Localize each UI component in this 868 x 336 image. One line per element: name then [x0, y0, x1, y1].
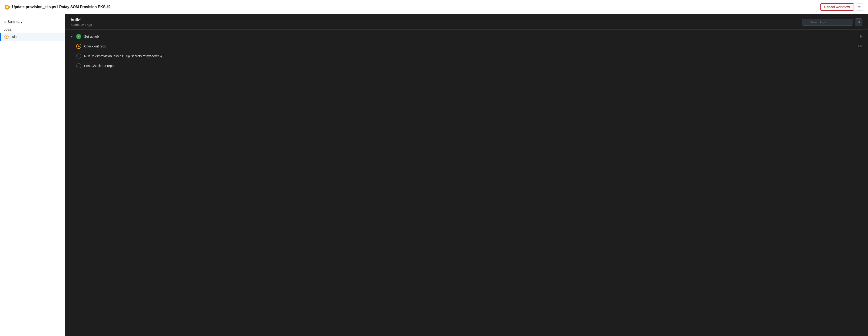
build-subtitle: Started 24s ago — [71, 23, 92, 27]
main-layout: ⌂ Summary Jobs build build Started 24s a… — [0, 14, 868, 336]
chevron-placeholder: ▶ — [71, 45, 75, 48]
step-status-icon-running — [76, 44, 81, 49]
steps-list: ▶ Set up job 2s ▶ Check out repo 23s ▶ R… — [65, 30, 868, 336]
step-name: Run ./eks/provision_eks.ps1 '${{ secrets… — [84, 54, 862, 58]
cancel-workflow-button[interactable]: Cancel workflow — [820, 3, 854, 11]
chevron-right-icon: ▶ — [71, 35, 75, 38]
workflow-title-prefix: Update provision_eks.ps1 — [12, 5, 58, 9]
gear-icon: ⚙ — [857, 20, 860, 24]
step-check-out-repo[interactable]: ▶ Check out repo 23s — [65, 41, 868, 51]
step-name: Check out repo — [84, 44, 858, 48]
step-duration: 23s — [858, 44, 862, 48]
home-icon: ⌂ — [4, 20, 6, 24]
search-logs-input[interactable] — [802, 19, 853, 26]
sidebar-item-build[interactable]: build — [0, 33, 65, 41]
workflow-title-suffix: Rafay SOM Provision EKS #2 — [58, 5, 111, 9]
header: Update provision_eks.ps1 Rafay SOM Provi… — [0, 0, 868, 14]
step-status-icon-completed — [76, 34, 81, 39]
step-duration: 2s — [859, 35, 862, 38]
sidebar-item-summary[interactable]: ⌂ Summary — [0, 18, 65, 25]
step-name: Set up job — [84, 35, 859, 38]
workflow-title: Update provision_eks.ps1 Rafay SOM Provi… — [12, 5, 111, 9]
summary-label: Summary — [7, 20, 22, 24]
step-run-provision[interactable]: ▶ Run ./eks/provision_eks.ps1 '${{ secre… — [65, 51, 868, 61]
sidebar: ⌂ Summary Jobs build — [0, 14, 65, 336]
build-header-controls: 🔍 ⚙ — [802, 19, 862, 26]
step-post-check-out-repo[interactable]: ▶ Post Check out repo — [65, 61, 868, 71]
more-options-button[interactable]: ••• — [856, 3, 863, 11]
step-status-icon-pending — [76, 63, 81, 68]
ellipsis-icon: ••• — [858, 5, 862, 9]
step-status-icon-pending — [76, 54, 81, 59]
job-label: build — [10, 35, 18, 39]
chevron-placeholder: ▶ — [71, 64, 75, 67]
build-title-group: build Started 24s ago — [71, 18, 92, 27]
build-title: build — [71, 18, 92, 23]
workflow-status-icon — [5, 4, 10, 9]
search-logs-wrapper: 🔍 — [802, 19, 853, 26]
header-actions: Cancel workflow ••• — [820, 3, 863, 11]
jobs-section-label: Jobs — [0, 25, 65, 33]
chevron-placeholder: ▶ — [71, 55, 75, 58]
build-log-panel: build Started 24s ago 🔍 ⚙ ▶ Set up job — [65, 14, 868, 336]
build-panel-header: build Started 24s ago 🔍 ⚙ — [65, 14, 868, 30]
header-left: Update provision_eks.ps1 Rafay SOM Provi… — [5, 4, 111, 9]
job-status-icon — [4, 35, 9, 39]
step-set-up-job[interactable]: ▶ Set up job 2s — [65, 32, 868, 41]
log-settings-button[interactable]: ⚙ — [855, 19, 862, 26]
step-name: Post Check out repo — [84, 64, 862, 68]
